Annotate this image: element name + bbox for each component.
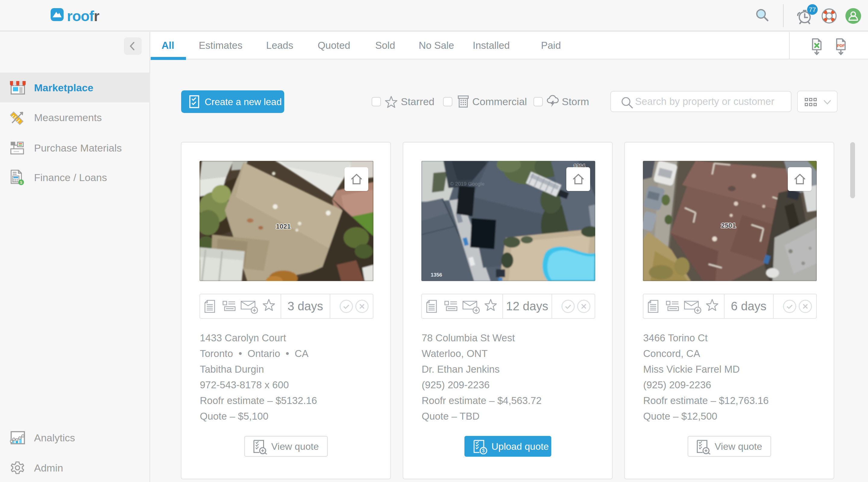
svg-text:2501: 2501 (721, 222, 736, 229)
svg-text:1356: 1356 (431, 272, 442, 278)
svg-text:PDF: PDF (837, 43, 845, 48)
svg-text:© 2019 Google: © 2019 Google (450, 181, 485, 187)
svg-text:1021: 1021 (276, 223, 291, 230)
svg-text:$: $ (20, 180, 22, 184)
svg-text:$: $ (482, 448, 485, 453)
